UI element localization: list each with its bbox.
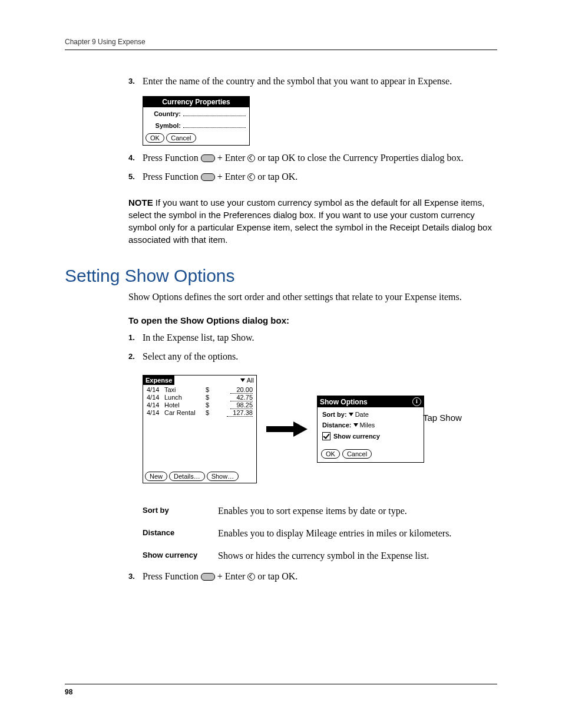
expense-topbar: Expense All (143, 375, 256, 385)
ok-button[interactable]: OK (146, 133, 164, 143)
app-title: Expense (143, 375, 174, 385)
note-label: NOTE (128, 197, 153, 207)
expense-date: 4/14 (147, 394, 164, 401)
symbol-input[interactable] (183, 121, 246, 128)
step-text: In the Expense list, tap Show. (143, 331, 497, 344)
sort-by-selector[interactable]: Date (349, 411, 369, 418)
definition-term: Sort by (143, 503, 218, 519)
country-label: Country: (147, 110, 181, 117)
cancel-button[interactable]: Cancel (166, 133, 196, 143)
expense-amount: 42.75 (209, 394, 253, 401)
expense-type: Lunch (164, 394, 202, 401)
chevron-down-icon (349, 413, 353, 416)
country-row: Country: (143, 107, 249, 119)
symbol-row: Symbol: (143, 119, 249, 131)
sort-by-value: Date (355, 411, 369, 418)
expense-date: 4/14 (147, 409, 164, 416)
step-3: 3. Enter the name of the country and the… (128, 75, 497, 88)
cancel-button[interactable]: Cancel (342, 449, 372, 459)
callout-tap-show: Tap Show (423, 413, 462, 423)
expense-amount: 20.00 (209, 386, 253, 393)
text-post: or tap OK. (255, 571, 297, 581)
text-mid: + Enter (215, 571, 248, 581)
enter-key-icon (247, 573, 255, 581)
step-text: Press Function + Enter or tap OK. (143, 170, 497, 183)
expense-currency: $ (202, 401, 209, 409)
step-text: Select any of the options. (143, 350, 497, 363)
text-post: or tap OK. (255, 172, 297, 182)
function-key-icon (201, 573, 215, 581)
dialog-title: Currency Properties (143, 97, 249, 107)
expense-currency: $ (202, 394, 209, 401)
text-mid: + Enter (215, 172, 248, 182)
expense-currency: $ (202, 409, 209, 416)
expense-currency: $ (202, 386, 209, 393)
category-selector[interactable]: All (240, 377, 256, 384)
section-heading: Setting Show Options (65, 266, 497, 286)
svg-rect-0 (266, 426, 293, 432)
expense-list-screen: Expense All 4/14 Taxi $ 20.00 (143, 375, 257, 483)
expense-type: Car Rental (164, 409, 202, 416)
distance-row: Distance: Miles (322, 421, 419, 429)
symbol-label: Symbol: (147, 122, 181, 129)
definition-desc: Shows or hides the currency symbol in th… (218, 548, 497, 564)
currency-properties-dialog: Currency Properties Country: Symbol: OK … (143, 96, 250, 146)
svg-marker-1 (293, 421, 308, 437)
distance-selector[interactable]: Miles (353, 421, 375, 429)
expense-type: Hotel (164, 401, 202, 409)
step-number: 3. (128, 570, 143, 583)
chevron-down-icon (240, 378, 245, 382)
show-currency-label: Show currency (333, 433, 380, 440)
function-key-icon (201, 173, 215, 181)
options-definitions: Sort by Enables you to sort expense item… (143, 503, 497, 563)
step-number: 2. (128, 350, 143, 363)
show-button[interactable]: Show… (207, 472, 239, 481)
expense-row[interactable]: 4/14 Lunch $ 42.75 (147, 394, 253, 401)
step-number: 4. (128, 151, 143, 164)
enter-key-icon (247, 154, 255, 162)
expense-row[interactable]: 4/14 Hotel $ 98.25 (147, 401, 253, 409)
definition-row: Sort by Enables you to sort expense item… (143, 503, 497, 519)
details-button[interactable]: Details… (169, 472, 205, 481)
show-options-dialog: Show Options i Sort by: Date Distan (317, 396, 424, 463)
step-2: 2. Select any of the options. (128, 350, 497, 363)
running-header: Chapter 9 Using Expense (65, 38, 497, 50)
step-5: 5. Press Function + Enter or tap OK. (128, 170, 497, 183)
text-mid: + Enter (215, 153, 248, 163)
definition-desc: Enables you to sort expense items by dat… (218, 503, 497, 519)
footer-rule (65, 684, 497, 684)
ok-button[interactable]: OK (321, 449, 340, 459)
chevron-down-icon (353, 423, 358, 427)
info-icon[interactable]: i (412, 397, 421, 406)
category-value: All (247, 377, 254, 384)
text-post: or tap OK to close the Currency Properti… (255, 153, 463, 163)
new-button[interactable]: New (145, 472, 167, 481)
subheading: To open the Show Options dialog box: (128, 315, 497, 325)
step-text: Enter the name of the country and the sy… (143, 75, 497, 88)
expense-amount: 127.38 (209, 409, 253, 416)
expense-row[interactable]: 4/14 Taxi $ 20.00 (147, 386, 253, 393)
step-text: Press Function + Enter or tap OK. (143, 570, 497, 583)
step-number: 3. (128, 75, 143, 88)
arrow-right-icon (266, 421, 308, 437)
expense-date: 4/14 (147, 401, 164, 409)
distance-value: Miles (360, 421, 375, 429)
text-pre: Press Function (143, 571, 201, 581)
distance-label: Distance: (322, 421, 352, 429)
note-block: NOTE If you want to use your custom curr… (128, 196, 497, 246)
sort-by-label: Sort by: (322, 411, 347, 418)
step-4: 4. Press Function + Enter or tap OK to c… (128, 151, 497, 164)
step-number: 1. (128, 331, 143, 344)
show-currency-row[interactable]: Show currency (322, 432, 419, 440)
definition-row: Distance Enables you to display Mileage … (143, 526, 497, 541)
definition-term: Show currency (143, 548, 218, 564)
text-pre: Press Function (143, 172, 201, 182)
section-lead: Show Options defines the sort order and … (128, 291, 497, 304)
expense-row[interactable]: 4/14 Car Rental $ 127.38 (147, 409, 253, 416)
checkbox-checked-icon[interactable] (322, 432, 330, 440)
note-text: If you want to use your custom currency … (128, 197, 492, 245)
expense-amount: 98.25 (209, 401, 253, 409)
dialog-title: Show Options (320, 398, 368, 406)
expense-date: 4/14 (147, 386, 164, 393)
country-input[interactable] (183, 109, 246, 116)
